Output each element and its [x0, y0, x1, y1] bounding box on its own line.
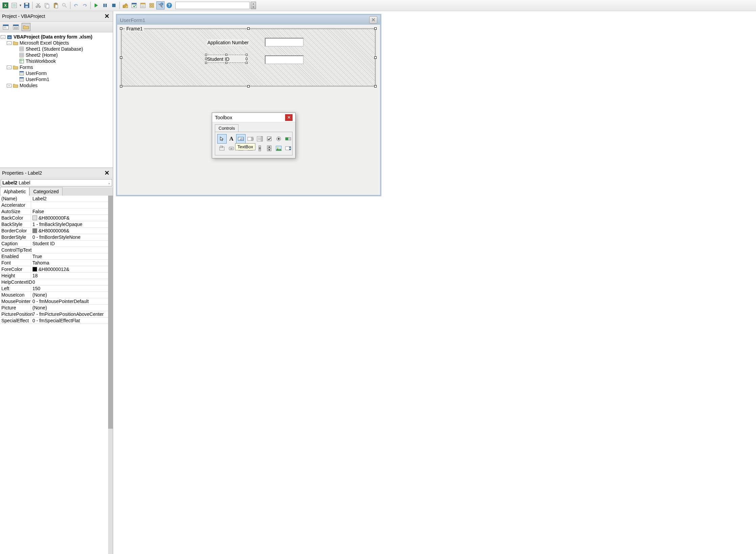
property-row[interactable]: BorderColor&H80000006&: [0, 228, 113, 234]
property-value[interactable]: (None): [31, 305, 113, 311]
frame-tool-icon[interactable]: xy: [217, 144, 227, 153]
refedit-tool-icon[interactable]: [283, 144, 293, 153]
undo-icon[interactable]: [72, 1, 80, 9]
project-explorer-icon[interactable]: [130, 1, 138, 9]
collapse-icon[interactable]: −: [1, 35, 5, 39]
property-row[interactable]: FontTahoma: [0, 260, 113, 266]
property-value[interactable]: 150: [31, 285, 113, 292]
property-value[interactable]: (None): [31, 292, 113, 298]
tree-forms[interactable]: − Forms: [1, 64, 112, 70]
property-value[interactable]: &H8000000F&: [31, 215, 113, 221]
spinbutton-tool-icon[interactable]: ▲▼: [264, 144, 274, 153]
commandbutton-tool-icon[interactable]: ab: [227, 144, 236, 153]
property-row[interactable]: ForeColor&H80000012&: [0, 266, 113, 273]
property-value[interactable]: [31, 250, 113, 250]
collapse-icon[interactable]: −: [7, 41, 11, 45]
property-row[interactable]: Accelerator: [0, 202, 113, 208]
image-tool-icon[interactable]: [274, 144, 283, 153]
frame1[interactable]: Frame1 Application Number Student ID: [121, 29, 375, 86]
property-value[interactable]: 1 - fmBackStyleOpaque: [31, 221, 113, 227]
property-value[interactable]: Student ID: [31, 241, 113, 247]
combobox-tool-icon[interactable]: ▼: [246, 134, 255, 144]
save-icon[interactable]: [23, 1, 31, 9]
scrollbar-tool-icon[interactable]: [255, 144, 264, 153]
property-row[interactable]: EnabledTrue: [0, 253, 113, 260]
listbox-tool-icon[interactable]: [255, 134, 264, 144]
dropdown-arrow-icon[interactable]: ⌄: [108, 181, 110, 185]
tree-sheet2[interactable]: Sheet2 (Home): [1, 52, 112, 58]
paste-icon[interactable]: [52, 1, 60, 9]
label-tool-icon[interactable]: A: [227, 134, 236, 144]
toolbox-icon[interactable]: [156, 1, 165, 9]
dropdown-arrow-icon[interactable]: ▼: [19, 4, 22, 7]
userform-designer[interactable]: UserForm1 ✕ Frame1 Application Number: [116, 14, 381, 196]
property-value[interactable]: 18: [31, 273, 113, 279]
property-value[interactable]: 0 - fmSpecialEffectFlat: [31, 318, 113, 324]
design-mode-icon[interactable]: [121, 1, 129, 9]
collapse-icon[interactable]: −: [7, 66, 11, 69]
view-code-icon[interactable]: [1, 23, 10, 31]
run-icon[interactable]: [92, 1, 100, 9]
property-row[interactable]: ControlTipText: [0, 247, 113, 253]
toolbox-tab-controls[interactable]: Controls: [215, 124, 238, 132]
userform-close-icon[interactable]: ✕: [369, 16, 377, 24]
property-row[interactable]: (Name)Label2: [0, 196, 113, 202]
property-value[interactable]: &H80000006&: [31, 228, 113, 234]
property-value[interactable]: Label2: [31, 196, 113, 202]
tree-modules[interactable]: + Modules: [1, 82, 112, 89]
stop-icon[interactable]: [110, 1, 118, 9]
textbox-tool-icon[interactable]: ab|: [236, 134, 246, 144]
tree-excel-objects[interactable]: − Microsoft Excel Objects: [1, 40, 112, 46]
property-row[interactable]: SpecialEffect0 - fmSpecialEffectFlat: [0, 318, 113, 324]
view-menu-icon[interactable]: [10, 1, 18, 9]
properties-close-icon[interactable]: ✕: [103, 169, 111, 177]
help-icon[interactable]: ?: [165, 1, 173, 9]
property-value[interactable]: 0 - fmMousePointerDefault: [31, 298, 113, 304]
property-row[interactable]: BackColor&H8000000F&: [0, 215, 113, 221]
tree-thisworkbook[interactable]: ThisWorkbook: [1, 58, 112, 64]
copy-icon[interactable]: [43, 1, 51, 9]
label-student-id[interactable]: Student ID: [206, 55, 247, 63]
label-application-number[interactable]: Application Number: [207, 39, 249, 46]
property-row[interactable]: CaptionStudent ID: [0, 241, 113, 247]
find-icon[interactable]: [60, 1, 69, 9]
property-row[interactable]: Height18: [0, 273, 113, 279]
tree-userform1[interactable]: UserForm1: [1, 76, 112, 82]
break-icon[interactable]: [101, 1, 109, 9]
property-row[interactable]: AutoSizeFalse: [0, 208, 113, 215]
property-value[interactable]: True: [31, 253, 113, 259]
pointer-tool-icon[interactable]: [217, 134, 227, 144]
property-value[interactable]: 7 - fmPicturePositionAboveCenter: [31, 311, 113, 317]
tree-sheet1[interactable]: Sheet1 (Student Database): [1, 46, 112, 52]
property-value[interactable]: 0 - fmBorderStyleNone: [31, 234, 113, 240]
project-panel-close-icon[interactable]: ✕: [103, 12, 111, 20]
combo-scroll[interactable]: ▲▼: [251, 2, 256, 9]
toolbox-window[interactable]: Toolbox ✕ Controls A ab| ▼: [212, 112, 296, 158]
properties-object-selector[interactable]: Label2 Label ⌄: [1, 179, 112, 186]
toolbox-close-icon[interactable]: ✕: [285, 114, 293, 121]
property-row[interactable]: Left150: [0, 285, 113, 292]
optionbutton-tool-icon[interactable]: [274, 134, 283, 144]
property-value[interactable]: False: [31, 208, 113, 215]
tab-categorized[interactable]: Categorized: [29, 187, 62, 196]
property-row[interactable]: PicturePosition7 - fmPicturePositionAbov…: [0, 311, 113, 318]
property-row[interactable]: MouseIcon(None): [0, 292, 113, 298]
expand-icon[interactable]: +: [7, 84, 11, 87]
textbox-student-id[interactable]: [265, 55, 304, 64]
tab-alphabetic[interactable]: Alphabetic: [0, 187, 29, 196]
view-object-icon[interactable]: [11, 23, 20, 31]
property-row[interactable]: MousePointer0 - fmMousePointerDefault: [0, 298, 113, 305]
properties-window-icon[interactable]: [139, 1, 147, 9]
property-row[interactable]: BackStyle1 - fmBackStyleOpaque: [0, 221, 113, 228]
procedure-combo[interactable]: [175, 2, 250, 9]
toggle-folders-icon[interactable]: [22, 23, 30, 31]
property-value[interactable]: [31, 205, 113, 205]
property-value[interactable]: Tahoma: [31, 260, 113, 266]
properties-scrollbar[interactable]: [108, 196, 113, 554]
property-row[interactable]: BorderStyle0 - fmBorderStyleNone: [0, 234, 113, 241]
property-row[interactable]: HelpContextID0: [0, 279, 113, 285]
cut-icon[interactable]: [34, 1, 42, 9]
redo-icon[interactable]: [81, 1, 89, 9]
checkbox-tool-icon[interactable]: [264, 134, 274, 144]
tree-userform[interactable]: UserForm: [1, 70, 112, 76]
